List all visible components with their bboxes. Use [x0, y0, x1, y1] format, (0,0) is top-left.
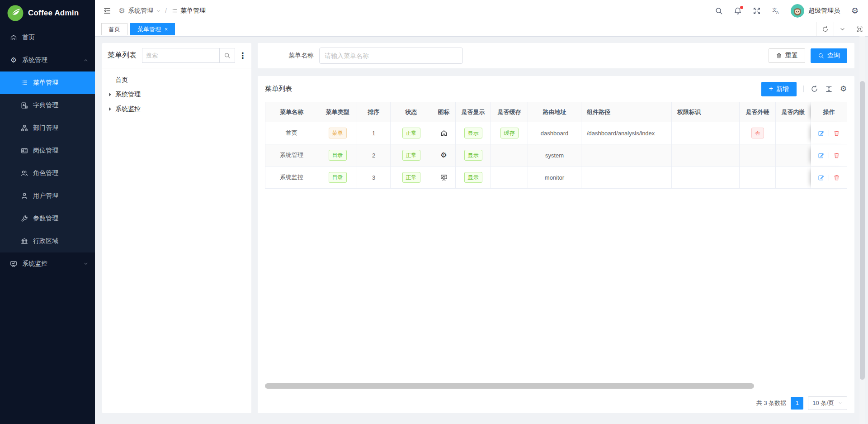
delete-row-button[interactable]: [833, 174, 840, 181]
edit-row-button[interactable]: [818, 130, 825, 137]
translate-icon[interactable]: 文A: [772, 7, 780, 15]
sidebar-item-user[interactable]: 用户管理: [0, 185, 95, 207]
tab-active[interactable]: 菜单管理×: [130, 23, 175, 35]
cell-text: 2: [372, 152, 375, 159]
cell-text: 系统监控: [280, 173, 303, 181]
menu-name-input[interactable]: [319, 48, 463, 64]
monitor-icon: [440, 174, 448, 181]
table-cell: 1: [357, 122, 391, 144]
page-scrollbar[interactable]: [859, 36, 865, 424]
sidebar-item-dict[interactable]: 字典管理: [0, 94, 95, 117]
org-icon: [21, 124, 28, 132]
status-tag: 正常: [402, 128, 420, 138]
table-cell: [491, 144, 528, 167]
table-cell: [740, 144, 776, 167]
close-tab-icon[interactable]: ×: [165, 27, 168, 32]
horizontal-scrollbar-thumb[interactable]: [265, 383, 754, 389]
page-scrollbar-thumb[interactable]: [860, 81, 865, 380]
tree-item[interactable]: 系统监控: [102, 102, 251, 116]
menu-table: 菜单名称菜单类型排序状态图标是否显示是否缓存路由地址组件路径权限标识是否外链是否…: [265, 102, 847, 189]
column-header: 路由地址: [528, 102, 581, 122]
fullscreen-icon[interactable]: [753, 7, 761, 15]
sidebar-item-region[interactable]: 行政区域: [0, 230, 95, 252]
edit-row-button[interactable]: [818, 152, 825, 159]
table-row[interactable]: 系统管理目录2正常⚙显示system: [265, 144, 847, 167]
add-button[interactable]: + 新增: [761, 82, 797, 96]
column-header: 是否内嵌: [776, 102, 811, 122]
sidebar-item-label: 首页: [22, 33, 35, 42]
form-buttons: 重置 查询: [769, 48, 847, 63]
search-icon[interactable]: [715, 7, 723, 15]
header-actions: 文A 超级管理员 ⚙: [715, 4, 859, 18]
table-cell: [811, 167, 847, 189]
collapse-sidebar-icon[interactable]: [103, 7, 111, 15]
caret-right-icon[interactable]: [109, 93, 111, 96]
sidebar-item-dept[interactable]: 部门管理: [0, 117, 95, 139]
tree-search-input[interactable]: [142, 48, 219, 63]
tree-panel-title: 菜单列表: [108, 51, 137, 60]
row-density-icon[interactable]: [825, 85, 833, 93]
column-header: 权限标识: [672, 102, 740, 122]
table-cell: 目录: [318, 167, 357, 189]
menu-tree: 首页系统管理系统监控: [102, 68, 251, 121]
app-root: Coffee Admin 首页⚙系统管理菜单管理字典管理部门管理岗位管理角色管理…: [0, 0, 868, 424]
user-menu[interactable]: 超级管理员: [791, 4, 840, 18]
sidebar-item-post[interactable]: 岗位管理: [0, 139, 95, 162]
plus-icon: +: [769, 85, 773, 92]
edit-row-button[interactable]: [818, 174, 825, 181]
settings-gear-icon[interactable]: ⚙: [851, 7, 859, 15]
delete-row-button[interactable]: [833, 130, 840, 137]
notifications-bell-icon[interactable]: [734, 7, 742, 15]
menu-name-label: 菜单名称: [288, 52, 314, 60]
pagination-page-button[interactable]: 1: [791, 397, 803, 410]
sidebar-item-monitor[interactable]: 系统监控: [0, 252, 95, 275]
delete-row-button[interactable]: [833, 152, 840, 159]
tree-item-label: 系统监控: [115, 105, 141, 113]
table-row[interactable]: 首页菜单1正常显示缓存dashboard/dashboard/analysis/…: [265, 122, 847, 144]
table-row[interactable]: 系统监控目录3正常显示monitor: [265, 167, 847, 189]
reset-button[interactable]: 重置: [769, 48, 805, 63]
sidebar-item-home[interactable]: 首页: [0, 26, 95, 49]
chevron-down-icon: [838, 400, 843, 405]
table-cell: [672, 167, 740, 189]
table-settings-gear-icon[interactable]: ⚙: [840, 85, 847, 93]
tree-item[interactable]: 首页: [102, 73, 251, 87]
table-cell: [776, 167, 811, 189]
status-tag: 目录: [329, 172, 347, 183]
sidebar-item-param[interactable]: 参数管理: [0, 207, 95, 230]
search-form-card: 菜单名称 重置 查询: [258, 43, 854, 68]
tree-item[interactable]: 系统管理: [102, 87, 251, 102]
table-cell: 系统管理: [265, 144, 318, 167]
pagination: 共 3 条数据 1 10 条/页: [265, 393, 847, 413]
status-tag: 否: [751, 128, 764, 138]
breadcrumb-label: 系统管理: [128, 7, 153, 15]
status-tag: 显示: [464, 172, 482, 183]
gear-icon: ⚙: [118, 8, 125, 14]
tree-search-button[interactable]: [219, 48, 235, 63]
tab-refresh-button[interactable]: [816, 22, 834, 36]
tree-search: [142, 48, 235, 63]
sidebar-item-menu[interactable]: 菜单管理: [0, 71, 95, 94]
sidebar-item-system[interactable]: ⚙系统管理: [0, 49, 95, 71]
tab-item[interactable]: 首页: [101, 23, 127, 35]
divider: [829, 130, 829, 136]
content-fullscreen-button[interactable]: [851, 22, 868, 36]
breadcrumb-item[interactable]: ⚙系统管理: [118, 7, 161, 15]
caret-right-icon[interactable]: [109, 107, 111, 111]
menu-tree-panel: 菜单列表 ⋮ 首页系统管理系统监控: [102, 43, 251, 413]
table-cell: 否: [740, 122, 776, 144]
app-logo[interactable]: Coffee Admin: [0, 0, 95, 26]
sidebar-item-label: 用户管理: [33, 192, 58, 200]
chevron-down-icon: [156, 9, 161, 14]
table-cell: 显示: [456, 122, 491, 144]
table-refresh-icon[interactable]: [811, 85, 818, 93]
column-header: 图标: [432, 102, 456, 122]
page-size-select[interactable]: 10 条/页: [808, 396, 847, 410]
tab-actions-dropdown[interactable]: [834, 22, 851, 36]
query-button[interactable]: 查询: [811, 48, 847, 63]
table-cell: 显示: [456, 167, 491, 189]
breadcrumb-item[interactable]: 菜单管理: [171, 7, 206, 15]
tree-more-menu-icon[interactable]: ⋮: [240, 52, 246, 60]
main-area: ⚙系统管理/菜单管理 文A: [95, 0, 868, 424]
sidebar-item-role[interactable]: 角色管理: [0, 162, 95, 185]
